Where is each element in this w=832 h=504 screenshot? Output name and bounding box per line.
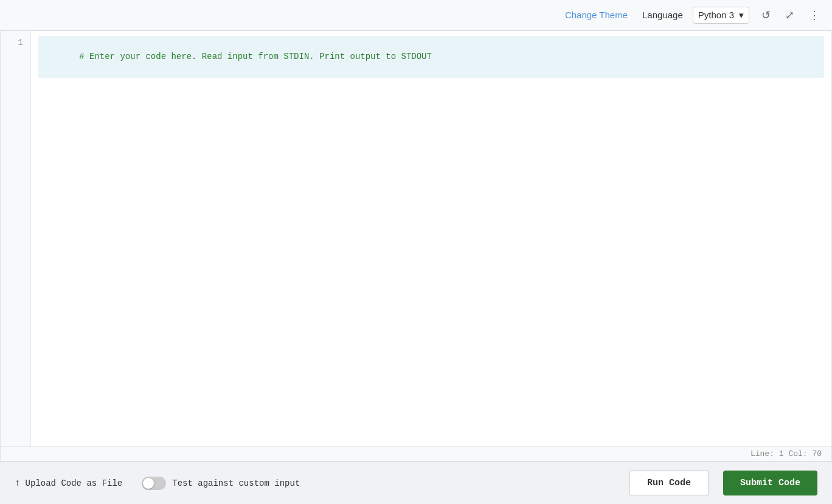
editor-body: 1 # Enter your code here. Read input fro…: [1, 31, 831, 446]
line-numbers: 1: [1, 31, 31, 446]
code-editor-container: 1 # Enter your code here. Read input fro…: [0, 30, 832, 461]
language-label: Language: [642, 10, 683, 20]
expand-icon: ⤢: [785, 9, 794, 22]
restore-icon: ↺: [761, 9, 771, 22]
custom-input-label: Test against custom input: [172, 478, 300, 488]
editor-inner[interactable]: # Enter your code here. Read input from …: [31, 31, 831, 446]
cursor-position: Line: 1 Col: 70: [751, 449, 822, 458]
bottom-bar: ↑ Upload Code as File Test against custo…: [0, 461, 832, 504]
toggle-knob: [143, 478, 154, 489]
more-options-button[interactable]: ⋮: [806, 6, 822, 24]
toolbar: Change Theme Language Python 3 ▾ ↺ ⤢ ⋮: [0, 0, 832, 30]
upload-label: Upload Code as File: [26, 478, 123, 488]
expand-button[interactable]: ⤢: [783, 6, 797, 24]
restore-button[interactable]: ↺: [759, 6, 773, 24]
code-line-1: # Enter your code here. Read input from …: [38, 36, 824, 78]
change-theme-button[interactable]: Change Theme: [560, 7, 633, 22]
status-bar: Line: 1 Col: 70: [1, 446, 831, 461]
language-value: Python 3: [698, 10, 734, 20]
upload-code-button[interactable]: ↑ Upload Code as File: [15, 478, 122, 489]
chevron-down-icon: ▾: [739, 10, 744, 21]
code-comment: # Enter your code here. Read input from …: [79, 52, 432, 61]
line-number-1: 1: [1, 36, 30, 49]
run-code-button[interactable]: Run Code: [629, 470, 709, 496]
submit-code-button[interactable]: Submit Code: [723, 471, 817, 495]
more-icon: ⋮: [809, 9, 820, 22]
language-select[interactable]: Python 3 ▾: [693, 7, 749, 24]
upload-icon: ↑: [15, 478, 21, 489]
custom-input-toggle[interactable]: [142, 477, 166, 490]
custom-input-toggle-wrapper: Test against custom input: [142, 477, 300, 490]
